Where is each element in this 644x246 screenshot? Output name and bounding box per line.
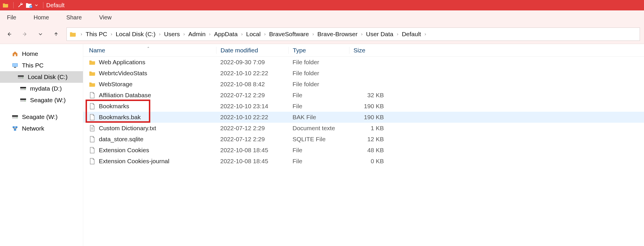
chevron-right-icon[interactable]: › [209, 32, 210, 37]
svg-rect-16 [13, 126, 15, 128]
file-type: Document texte [288, 125, 349, 132]
tab-home[interactable]: Home [34, 14, 49, 21]
tab-share[interactable]: Share [66, 14, 82, 21]
file-row[interactable]: Bookmarks2022-10-10 23:14File190 KB [83, 101, 644, 112]
chevron-right-icon[interactable]: › [361, 32, 362, 37]
sidebar-item-this-pc[interactable]: This PC [0, 60, 83, 71]
up-button[interactable] [51, 29, 61, 39]
file-icon [89, 147, 95, 153]
svg-rect-14 [12, 115, 18, 117]
svg-point-9 [25, 89, 25, 90]
file-row[interactable]: Affiliation Database2022-07-12 2:29File3… [83, 90, 644, 101]
file-size: 190 KB [349, 103, 390, 110]
breadcrumb-item[interactable]: User Data [366, 31, 393, 38]
recent-dropdown[interactable] [35, 29, 46, 39]
breadcrumb-item[interactable]: Users [164, 31, 180, 38]
chevron-right-icon[interactable]: › [425, 32, 426, 37]
file-icon [89, 114, 95, 120]
drive-icon [20, 85, 27, 92]
file-row[interactable]: Bookmarks.bak2022-10-10 22:22BAK File190… [83, 112, 644, 123]
breadcrumb-item[interactable]: Local Disk (C:) [116, 31, 156, 38]
svg-point-12 [25, 101, 25, 101]
file-size: 48 KB [349, 147, 390, 154]
sort-caret-icon: ⌃ [147, 46, 150, 50]
file-row[interactable]: Custom Dictionary.txt2022-07-12 2:29Docu… [83, 123, 644, 134]
breadcrumb-item[interactable]: Default [402, 31, 421, 38]
wrench-icon[interactable] [16, 1, 24, 9]
breadcrumb-item[interactable]: This PC [86, 31, 107, 38]
file-name: Web Applications [99, 59, 145, 66]
svg-rect-8 [20, 87, 26, 89]
tab-file[interactable]: File [7, 14, 16, 21]
chevron-right-icon[interactable]: › [241, 32, 243, 37]
chevron-right-icon[interactable]: › [159, 32, 160, 37]
column-size[interactable]: Size [349, 47, 390, 54]
svg-point-6 [22, 78, 23, 78]
tab-view[interactable]: View [99, 14, 112, 21]
sidebar-item-mydata-d-[interactable]: mydata (D:) [0, 83, 83, 94]
file-type: File folder [288, 70, 349, 77]
sidebar-item-network[interactable]: Network [0, 123, 83, 134]
window-title: Default [46, 2, 64, 9]
breadcrumb-item[interactable]: AppData [214, 31, 238, 38]
sidebar-item-seagate-w-[interactable]: Seagate (W:) [0, 94, 83, 106]
file-date: 2022-10-10 22:22 [216, 70, 288, 77]
file-icon [89, 92, 95, 98]
chevron-right-icon[interactable]: › [397, 32, 398, 37]
column-date[interactable]: Date modified [216, 47, 288, 54]
file-date: 2022-10-08 8:42 [216, 81, 288, 88]
breadcrumb-item[interactable]: Admin [188, 31, 206, 38]
file-type: File [288, 158, 349, 165]
file-size: 12 KB [349, 136, 390, 143]
file-icon [89, 103, 95, 109]
file-type: File [288, 147, 349, 154]
svg-rect-2 [13, 64, 18, 67]
disk-icon [17, 74, 24, 80]
file-date: 2022-07-12 2:29 [216, 92, 288, 99]
column-name[interactable]: ⌃ Name [83, 47, 216, 54]
address-bar[interactable]: › This PC › Local Disk (C:) › Users › Ad… [66, 27, 640, 41]
file-row[interactable]: Web Applications2022-09-30 7:09File fold… [83, 57, 644, 68]
file-date: 2022-07-12 2:29 [216, 125, 288, 132]
file-row[interactable]: WebStorage2022-10-08 8:42File folder [83, 79, 644, 90]
file-row[interactable]: Extension Cookies2022-10-08 18:45File48 … [83, 145, 644, 156]
chevron-right-icon[interactable]: › [312, 32, 314, 37]
file-row[interactable]: WebrtcVideoStats2022-10-10 22:22File fol… [83, 68, 644, 79]
svg-rect-17 [15, 126, 17, 128]
file-type: BAK File [288, 114, 349, 121]
sidebar-item-home[interactable]: Home [0, 48, 83, 60]
sidebar-item-local-disk-c-[interactable]: Local Disk (C:) [0, 71, 83, 83]
breadcrumb-item[interactable]: Local [246, 31, 260, 38]
new-folder-icon[interactable] [25, 1, 33, 9]
chevron-right-icon[interactable]: › [81, 32, 82, 37]
forward-button[interactable] [20, 29, 30, 39]
chevron-right-icon[interactable]: › [264, 32, 266, 37]
chevron-down-icon[interactable] [34, 1, 39, 9]
svg-rect-3 [14, 67, 16, 68]
file-row[interactable]: data_store.sqlite2022-07-12 2:29SQLITE F… [83, 134, 644, 145]
chevron-right-icon[interactable]: › [183, 32, 185, 37]
back-button[interactable] [4, 29, 14, 39]
pc-icon [12, 62, 18, 69]
column-type[interactable]: Type [288, 47, 349, 54]
drive-icon [20, 97, 27, 104]
file-type: File [288, 103, 349, 110]
sidebar-item-label: Seagate (W:) [30, 97, 66, 104]
file-size: 1 KB [349, 125, 390, 132]
file-row[interactable]: Extension Cookies-journal2022-10-08 18:4… [83, 156, 644, 167]
breadcrumb-item[interactable]: BraveSoftware [269, 31, 309, 38]
file-name: WebrtcVideoStats [99, 70, 147, 77]
file-list: ⌃ Name Date modified Type Size Web Appli… [83, 44, 644, 246]
sidebar-item-seagate-w-[interactable]: Seagate (W:) [0, 111, 83, 123]
file-type: File folder [288, 81, 349, 88]
file-name: Extension Cookies [99, 147, 149, 154]
file-name: Custom Dictionary.txt [99, 125, 156, 132]
sidebar-item-label: Local Disk (C:) [28, 74, 68, 80]
drive-icon [12, 113, 18, 120]
chevron-right-icon[interactable]: › [111, 32, 112, 37]
titlebar: Default [0, 0, 644, 10]
sidebar-item-label: Network [22, 125, 44, 132]
file-name: Affiliation Database [99, 92, 151, 99]
file-type: File [288, 92, 349, 99]
breadcrumb-item[interactable]: Brave-Browser [317, 31, 358, 38]
